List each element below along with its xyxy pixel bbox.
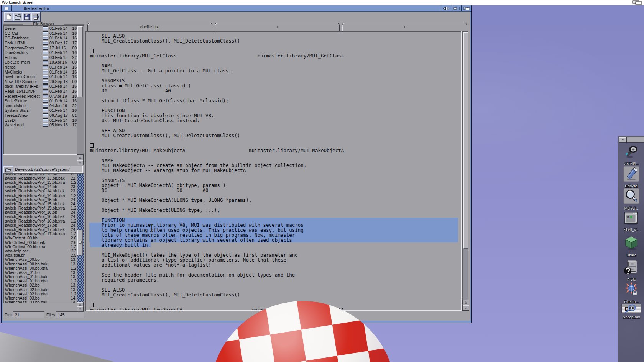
file-row[interactable]: switch_RoadshowProf_13.bb.bak22.	[4, 176, 77, 180]
directory-list[interactable]: Bezier01.Feb 1416CD-Cat01.Feb 1416CD-Dat…	[3, 25, 78, 155]
screen-depth-gadget-icon[interactable]	[632, 0, 642, 5]
dir-scroll-down-icon[interactable]: ▽	[77, 160, 84, 165]
directory-row[interactable]: spreadsheet04.Jun 1922	[4, 103, 77, 108]
file-row[interactable]: switch_RoadshowProf_13.bb.xtra1.2	[4, 180, 77, 184]
dock-item-unarc[interactable]: Unarc	[618, 235, 644, 257]
editor-scrollbar-knob[interactable]	[463, 32, 468, 249]
directory-name: System-Stars	[5, 108, 43, 113]
directory-row[interactable]: System-Stars01.Feb 1416	[4, 108, 77, 113]
file-row[interactable]: WbenchAssi_02.bb.xtra1.2	[4, 292, 77, 296]
file-row[interactable]: Wb-Ctrltest_00.bb.xtra1.2	[4, 244, 77, 249]
file-row[interactable]: switch_RoadshowProf_17.bb.bak24.	[4, 227, 77, 231]
file-row[interactable]: switch_RoadshowProf_17.bb.xtra1.2	[4, 232, 77, 236]
directory-row[interactable]: Read_1541Drive01.Feb 1416	[4, 89, 77, 94]
file-row[interactable]: switch_RoadshowProf_15.bb.bak24.	[4, 201, 77, 206]
editor-scrollbar[interactable]	[462, 31, 468, 311]
directory-row[interactable]: filereq01.Feb 1416	[4, 65, 77, 70]
file-row[interactable]: switch_RoadshowProf_15.bb24.	[4, 197, 77, 201]
file-row[interactable]: WbenchAssi_01.bb.xtra1.2	[4, 279, 77, 283]
file-row[interactable]: WbenchAssi_01.bb13.	[4, 270, 77, 274]
directory-row[interactable]: WaveLoad05.Nov 1617	[4, 123, 77, 128]
tab-new-2[interactable]: +	[342, 23, 467, 31]
file-row[interactable]: switch_RoadshowProf_16.bb24.	[4, 210, 77, 215]
close-gadget-icon[interactable]	[2, 5, 12, 11]
directory-row[interactable]: RecentFiles-Project07.Apr 1918	[4, 93, 77, 98]
file-row[interactable]: switch_RoadshowProf_14.bb.bak23.	[4, 189, 77, 193]
file-row[interactable]: WbenchAssi_02.bb13.	[4, 283, 77, 287]
window-titlebar[interactable]: the text editor	[2, 5, 472, 12]
dock-item-snoopdos[interactable]: D$SSnoopDos	[618, 304, 644, 319]
file-size: 24.	[66, 223, 76, 228]
directory-row[interactable]: CD-Cat01.Feb 1416	[4, 31, 77, 36]
dock-item-shellv[interactable]: 1>Shell_V...	[618, 211, 644, 232]
directory-row[interactable]: newFrameGroup01.Feb 1416	[4, 74, 77, 79]
dock-item-amplifi[interactable]: AMPlifi...	[618, 144, 644, 166]
dock-item-editpad[interactable]: EditPad	[618, 166, 644, 188]
directory-row[interactable]: Editors03.Feb 1822	[4, 55, 77, 60]
directory-scrollbar[interactable]	[77, 25, 84, 155]
directory-row[interactable]: CD-Database01.Feb 1416	[4, 36, 77, 41]
directory-row[interactable]: MyClocks01.Feb 1416	[4, 69, 77, 74]
depth-gadget-icon[interactable]	[461, 5, 472, 11]
size-gadget-icon[interactable]	[441, 5, 452, 11]
file-row[interactable]: switch_RoadshowProf_16.bb.xtra1.2	[4, 219, 77, 223]
dock-item-multivi[interactable]: MultiVi...	[618, 188, 644, 210]
tab-docfile1.txt[interactable]: docfile1.txt	[87, 23, 212, 31]
file-row[interactable]: Wb-Ctrltest_00.bb2.6	[4, 236, 77, 240]
screen-titlebar[interactable]: Workbench Screen	[0, 0, 644, 5]
file-scroll-down-icon[interactable]: ▽	[77, 306, 84, 311]
file-row[interactable]: wba-title.br2.5	[4, 253, 77, 257]
file-row[interactable]: WbenchAssi_03.bb.bak14.	[4, 300, 77, 303]
file-scrollbar-knob[interactable]	[77, 230, 83, 255]
file-size: 23.	[66, 188, 76, 193]
new-document-button[interactable]	[4, 12, 13, 22]
dock-item-directo[interactable]: Directo...	[618, 282, 644, 304]
tab-new-1[interactable]: +	[215, 23, 340, 31]
file-list[interactable]: switch_RoadshowProf_13.bb22.switch_Roads…	[3, 173, 78, 303]
file-row[interactable]: switch_RoadshowProf_16.bb.bak24.	[4, 215, 77, 219]
dir-scroll-up-icon[interactable]: △	[77, 154, 84, 160]
file-scrollbar[interactable]	[77, 173, 84, 303]
dirs-label: Dirs	[5, 313, 12, 317]
zoom-gadget-icon[interactable]	[451, 5, 462, 11]
directory-row[interactable]: Bezier01.Feb 1416	[4, 26, 77, 31]
directory-row[interactable]: Diagramm-Tests17.Jul 1600	[4, 45, 77, 50]
file-row[interactable]: Wb-Ctrltest_00.bb.bak2.6	[4, 240, 77, 244]
file-row[interactable]: WbenchAssi_00.bb.bak13.	[4, 262, 77, 266]
editor-scroll-up-icon[interactable]: △	[462, 300, 469, 305]
file-row[interactable]: switch_RoadshowProf_14.bb.xtra1.2	[4, 193, 77, 197]
print-button[interactable]	[31, 12, 41, 22]
file-row[interactable]: switch_RoadshowProf_14.bb23.	[4, 185, 77, 189]
editor-scroll-down-icon[interactable]: ▽	[462, 305, 469, 311]
dock-item-prefs[interactable]: Prefs	[618, 259, 644, 282]
directory-date: 01.Feb 14	[49, 50, 71, 55]
directory-name: pack_areplay-IFFs	[5, 84, 43, 88]
directory-row[interactable]: DrawSectors01.Feb 1416	[4, 50, 77, 55]
directory-scrollbar-knob[interactable]	[77, 26, 83, 97]
directory-row[interactable]: TreeListView06.Aug 1701	[4, 113, 77, 118]
directory-row[interactable]: UseDT01.Feb 1416	[4, 118, 77, 123]
file-row[interactable]: WbenchAssi_03.bb14.	[4, 296, 77, 300]
save-file-button[interactable]	[22, 12, 31, 22]
directory-row[interactable]: ScalePicture01.Feb 1416	[4, 98, 77, 103]
file-row[interactable]: WbenchAssi_00.bb.xtra1.2	[4, 266, 77, 270]
open-file-button[interactable]	[13, 12, 23, 22]
directory-time: 22	[71, 55, 77, 60]
file-row[interactable]: WbenchAssi_01.bb.bak13.	[4, 275, 77, 279]
directory-row[interactable]: Dark_HTML09.Dez 1717	[4, 41, 77, 46]
files-label: Files	[46, 313, 55, 317]
file-row[interactable]: wba-help.asc113	[4, 249, 77, 253]
directory-row[interactable]: pack_areplay-IFFs01.Feb 1416	[4, 84, 77, 89]
directory-row[interactable]: EpicLex_mein10.Apr 1600	[4, 60, 77, 65]
dock-hide-gadget-icon[interactable]: ⌄	[619, 137, 627, 142]
dock-titlebar[interactable]: ⌄	[619, 137, 644, 143]
path-field[interactable]: Develop:Blitz2/source/System/	[13, 166, 83, 173]
parent-folder-button[interactable]	[3, 166, 13, 174]
file-row[interactable]: WbenchAssi_02.bb.bak13.	[4, 287, 77, 292]
editor-text-area[interactable]: SEE ALSO MUI_CreateCustomClass(), MUI_De…	[85, 31, 462, 311]
file-row[interactable]: WbenchAssi_00.bb13.	[4, 257, 77, 262]
directory-time: 16	[71, 108, 77, 113]
file-row[interactable]: switch_RoadshowProf_17.bb24.	[4, 223, 77, 227]
file-row[interactable]: switch_RoadshowProf_15.bb.xtra1.2	[4, 206, 77, 210]
directory-row[interactable]: New_HD-Scanner29.Sep 1800	[4, 79, 77, 84]
